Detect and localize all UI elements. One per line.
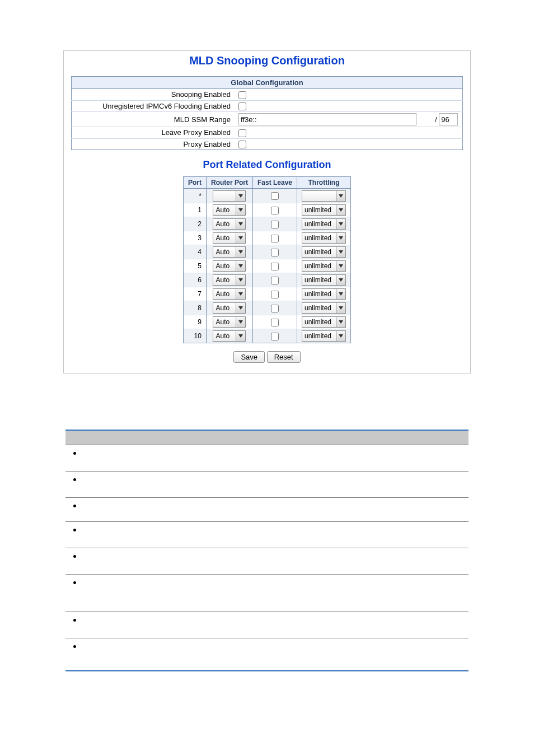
fast-leave-checkbox[interactable]	[271, 291, 279, 298]
dropdown-icon	[336, 233, 345, 243]
port-id: 2	[183, 217, 206, 231]
throttling-value: unlimited	[302, 234, 336, 242]
port-row: 5Autounlimited	[183, 259, 350, 273]
desc-text-cell	[176, 548, 469, 575]
router-port-value: Auto	[213, 220, 236, 228]
port-config-table: Port Router Port Fast Leave Throttling *…	[183, 176, 351, 343]
router-port-select[interactable]: Auto	[213, 302, 246, 314]
router-port-select[interactable]: Auto	[213, 232, 246, 244]
dropdown-icon	[336, 275, 345, 285]
col-throttle: Throttling	[297, 177, 351, 189]
reset-button[interactable]: Reset	[267, 351, 301, 363]
leave-proxy-checkbox[interactable]	[238, 129, 246, 137]
global-config-table: Global Configuration Snooping Enabled Un…	[71, 76, 463, 150]
router-port-select[interactable]: Auto	[213, 260, 246, 272]
dropdown-icon	[336, 303, 345, 313]
throttling-select[interactable]: unlimited	[302, 316, 346, 328]
throttling-select[interactable]: unlimited	[302, 302, 346, 314]
throttling-value: unlimited	[302, 332, 336, 340]
desc-object-cell	[65, 498, 176, 522]
fast-leave-checkbox[interactable]	[271, 333, 279, 340]
dropdown-icon	[336, 219, 345, 229]
fast-leave-checkbox[interactable]	[271, 192, 279, 200]
router-port-select[interactable]: Auto	[213, 246, 246, 258]
router-port-select[interactable]: Auto	[213, 274, 246, 286]
throttling-select[interactable]: unlimited	[302, 330, 346, 342]
svg-marker-7	[339, 236, 343, 240]
snooping-enabled-checkbox[interactable]	[238, 91, 246, 99]
router-port-value: Auto	[213, 206, 236, 214]
throttling-select[interactable]: unlimited	[302, 274, 346, 286]
throttling-select[interactable]	[302, 190, 346, 202]
unreg-flooding-checkbox[interactable]	[238, 102, 246, 110]
svg-marker-13	[339, 278, 343, 282]
fast-leave-checkbox[interactable]	[271, 207, 279, 214]
desc-row	[65, 575, 469, 612]
svg-marker-0	[238, 194, 243, 198]
dropdown-icon	[336, 317, 345, 327]
dropdown-icon	[236, 219, 245, 229]
router-port-select[interactable]	[213, 190, 246, 202]
svg-marker-1	[339, 194, 343, 198]
throttling-select[interactable]: unlimited	[302, 288, 346, 300]
port-id: 8	[183, 301, 206, 315]
router-port-select[interactable]: Auto	[213, 204, 246, 216]
global-section-header: Global Configuration	[72, 77, 463, 89]
proxy-enabled-label: Proxy Enabled	[72, 138, 237, 150]
router-port-select[interactable]: Auto	[213, 218, 246, 230]
bullet-icon	[73, 529, 76, 531]
port-row: 1Autounlimited	[183, 203, 350, 217]
svg-marker-3	[339, 208, 343, 212]
throttling-select[interactable]: unlimited	[302, 260, 346, 272]
fast-leave-checkbox[interactable]	[271, 277, 279, 284]
dropdown-icon	[236, 275, 245, 285]
svg-marker-11	[339, 264, 343, 268]
dropdown-icon	[236, 303, 245, 313]
dropdown-icon	[336, 289, 345, 299]
svg-marker-6	[238, 236, 243, 240]
fast-leave-checkbox[interactable]	[271, 249, 279, 256]
dropdown-icon	[336, 261, 345, 271]
desc-row	[65, 638, 469, 671]
fast-leave-checkbox[interactable]	[271, 319, 279, 326]
port-id: 6	[183, 273, 206, 287]
throttling-select[interactable]: unlimited	[302, 232, 346, 244]
fast-leave-checkbox[interactable]	[271, 263, 279, 270]
throttling-value: unlimited	[302, 262, 336, 270]
proxy-enabled-checkbox[interactable]	[238, 141, 246, 148]
bullet-icon	[73, 645, 76, 648]
fast-leave-checkbox[interactable]	[271, 221, 279, 228]
port-id: 4	[183, 245, 206, 259]
bullet-icon	[73, 452, 76, 455]
desc-text-cell	[176, 575, 469, 612]
dropdown-icon	[236, 317, 245, 327]
router-port-value: Auto	[213, 248, 236, 256]
save-button[interactable]: Save	[233, 351, 265, 363]
desc-object-cell	[65, 472, 176, 498]
dropdown-icon	[236, 247, 245, 257]
svg-marker-18	[238, 320, 243, 324]
unreg-flooding-label: Unregistered IPMCv6 Flooding Enabled	[72, 100, 237, 112]
desc-header-left	[65, 431, 176, 445]
svg-marker-19	[339, 320, 343, 324]
ssm-range-input[interactable]	[238, 113, 416, 125]
col-fast: Fast Leave	[252, 177, 297, 189]
bullet-icon	[73, 505, 76, 507]
dropdown-icon	[336, 247, 345, 257]
router-port-select[interactable]: Auto	[213, 316, 246, 328]
port-id: 1	[183, 203, 206, 217]
router-port-select[interactable]: Auto	[213, 330, 246, 342]
port-row: 10Autounlimited	[183, 329, 350, 343]
desc-row	[65, 472, 469, 498]
router-port-value: Auto	[213, 276, 236, 284]
router-port-select[interactable]: Auto	[213, 288, 246, 300]
fast-leave-checkbox[interactable]	[271, 305, 279, 312]
throttling-select[interactable]: unlimited	[302, 204, 346, 216]
dropdown-icon	[236, 191, 245, 201]
description-table	[65, 430, 469, 671]
port-row: 4Autounlimited	[183, 245, 350, 259]
fast-leave-checkbox[interactable]	[271, 235, 279, 242]
throttling-select[interactable]: unlimited	[302, 246, 346, 258]
ssm-range-mask-input[interactable]	[439, 113, 458, 125]
throttling-select[interactable]: unlimited	[302, 218, 346, 230]
